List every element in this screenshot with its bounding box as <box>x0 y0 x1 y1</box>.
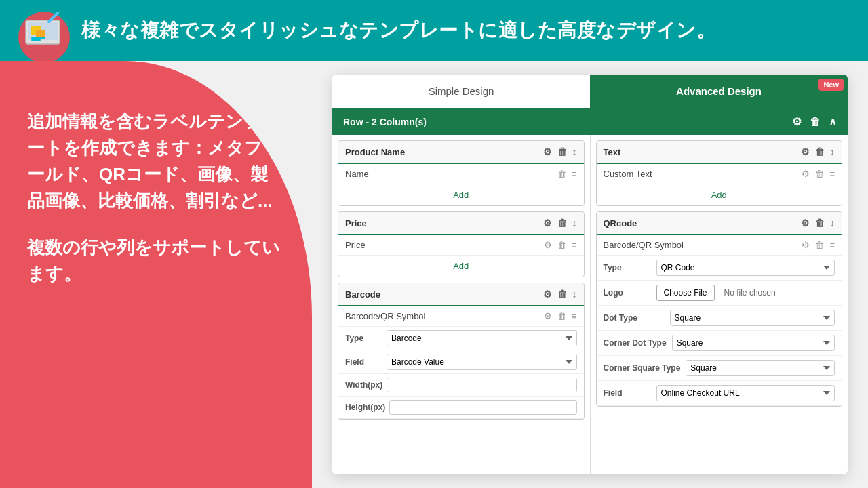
bcs-gear-icon[interactable] <box>544 311 552 321</box>
right-column: Text Custom Text Add <box>591 135 848 474</box>
bc-arrows-icon[interactable] <box>572 289 577 300</box>
qr-symbol-row: Barcode/QR Symbol <box>597 235 842 256</box>
choose-file-button[interactable]: Choose File <box>656 285 715 301</box>
qr-type-select[interactable]: QR Code <box>656 260 835 276</box>
barcode-width-input[interactable] <box>387 378 576 392</box>
new-badge: New <box>818 79 844 91</box>
row-chevron-icon[interactable] <box>829 115 837 128</box>
qrs-bars-icon[interactable] <box>829 240 835 250</box>
qr-field-select[interactable]: Online Checkout URL <box>656 385 835 401</box>
barcode-type-row: Type Barcode <box>338 327 584 350</box>
left-text2: 複数の行や列をサポートしています。 <box>27 235 285 287</box>
barcode-height-row: Height(px) <box>338 396 584 419</box>
bc-trash-icon[interactable] <box>557 289 567 300</box>
barcode-field-select[interactable]: Barcode Value <box>387 354 577 370</box>
barcode-height-label: Height(px) <box>345 403 385 412</box>
custom-text-row: Custom Text <box>597 164 842 184</box>
main-ui: Simple Design Advanced Design New Row - … <box>332 75 848 474</box>
qr-dot-type-select[interactable]: Square <box>670 310 835 326</box>
pnr-trash-icon[interactable] <box>557 169 566 179</box>
qrcode-section: QRcode Barcode/QR Symbol <box>596 211 843 407</box>
columns-area: Product Name Name Add <box>332 135 848 474</box>
row-header: Row - 2 Column(s) <box>332 108 848 135</box>
qrs-gear-icon[interactable] <box>802 240 810 250</box>
ct-gear-icon[interactable] <box>802 169 810 179</box>
pr-trash-icon[interactable] <box>557 218 567 228</box>
tab-bar: Simple Design Advanced Design New <box>332 75 848 108</box>
qr-corner-dot-select[interactable]: Square <box>672 335 835 351</box>
qr-corner-dot-label: Corner Dot Type <box>604 338 667 348</box>
ct-bars-icon[interactable] <box>829 169 835 179</box>
ts-gear-icon[interactable] <box>801 146 810 157</box>
banner-text: 様々な複雑でスタイリッシュなテンプレートに適した高度なデザイン。 <box>81 18 715 43</box>
ct-trash-icon[interactable] <box>815 169 824 179</box>
qrs-trash-icon[interactable] <box>815 240 824 250</box>
pn-gear-icon[interactable] <box>543 146 552 157</box>
top-banner: 様々な複雑でスタイリッシュなテンプレートに適した高度なデザイン。 <box>0 0 868 61</box>
prr-gear-icon[interactable] <box>544 240 552 250</box>
row-trash-icon[interactable] <box>810 116 821 128</box>
qr-field-row: Field Online Checkout URL <box>597 381 842 406</box>
bcs-bars-icon[interactable] <box>572 311 577 321</box>
ts-trash-icon[interactable] <box>815 146 825 157</box>
text-section-add[interactable]: Add <box>597 184 842 205</box>
left-column: Product Name Name Add <box>332 135 591 474</box>
barcode-width-label: Width(px) <box>345 380 382 390</box>
left-panel: 追加情報を含むラベルテンプレートを作成できます：メタフィールド、QRコード、画像… <box>0 61 312 488</box>
barcode-header: Barcode <box>338 283 584 306</box>
barcode-title: Barcode <box>345 289 380 300</box>
pr-arrows-icon[interactable] <box>572 218 577 228</box>
bcs-trash-icon[interactable] <box>557 311 566 321</box>
barcode-height-input[interactable] <box>389 400 576 415</box>
barcode-symbol-row: Barcode/QR Symbol <box>338 306 584 327</box>
price-add[interactable]: Add <box>338 256 584 277</box>
pn-trash-icon[interactable] <box>557 146 567 157</box>
barcode-type-select[interactable]: Barcode <box>387 330 577 346</box>
text-section-header: Text <box>597 141 842 164</box>
product-name-section: Product Name Name Add <box>338 140 585 206</box>
qrcode-header: QRcode <box>597 212 842 235</box>
pr-gear-icon[interactable] <box>543 218 552 228</box>
price-section: Price Price Add <box>338 211 585 277</box>
prr-trash-icon[interactable] <box>557 240 566 250</box>
text-section-title: Text <box>604 147 621 157</box>
qr-corner-sq-select[interactable]: Square <box>686 360 835 376</box>
tab-simple[interactable]: Simple Design <box>332 75 590 108</box>
svg-rect-4 <box>36 30 45 37</box>
tab-advanced[interactable]: Advanced Design <box>590 75 848 108</box>
barcode-field-label: Field <box>345 357 382 367</box>
qr-corner-sq-label: Corner Square Type <box>604 363 681 373</box>
product-name-title: Product Name <box>345 147 405 157</box>
left-text1: 追加情報を含むラベルテンプレートを作成できます：メタフィールド、QRコード、画像… <box>27 108 285 214</box>
barcode-width-row: Width(px) <box>338 374 584 396</box>
svg-rect-5 <box>31 37 45 39</box>
row-header-icons <box>792 115 837 128</box>
banner-icon <box>14 0 75 61</box>
price-row: Price <box>338 235 584 256</box>
custom-text-label: Custom Text <box>604 169 652 179</box>
qr-corner-dot-row: Corner Dot Type Square <box>597 331 842 356</box>
qr-gear-icon[interactable] <box>801 218 810 228</box>
pnr-bars-icon[interactable] <box>572 169 577 179</box>
qr-trash-icon[interactable] <box>815 218 825 228</box>
barcode-section: Barcode Barcode/QR Symbol <box>338 283 585 420</box>
qr-type-label: Type <box>604 263 651 272</box>
row-header-label: Row - 2 Column(s) <box>343 117 427 127</box>
product-name-row-label: Name <box>345 169 369 179</box>
bc-gear-icon[interactable] <box>543 289 552 300</box>
prr-bars-icon[interactable] <box>572 240 577 250</box>
ts-arrows-icon[interactable] <box>830 146 835 157</box>
text-section: Text Custom Text Add <box>596 140 843 206</box>
barcode-symbol-label: Barcode/QR Symbol <box>345 311 426 321</box>
price-header: Price <box>338 212 584 235</box>
qr-arrows-icon[interactable] <box>830 218 835 228</box>
product-name-row: Name <box>338 164 584 184</box>
qr-symbol-label: Barcode/QR Symbol <box>604 240 684 250</box>
pn-arrows-icon[interactable] <box>572 146 577 157</box>
row-gear-icon[interactable] <box>792 115 802 128</box>
qr-field-label: Field <box>604 388 651 398</box>
qr-dot-type-label: Dot Type <box>604 313 665 323</box>
product-name-add[interactable]: Add <box>338 184 584 205</box>
qr-corner-sq-row: Corner Square Type Square <box>597 356 842 381</box>
qr-logo-row: Logo Choose File No file chosen <box>597 281 842 306</box>
